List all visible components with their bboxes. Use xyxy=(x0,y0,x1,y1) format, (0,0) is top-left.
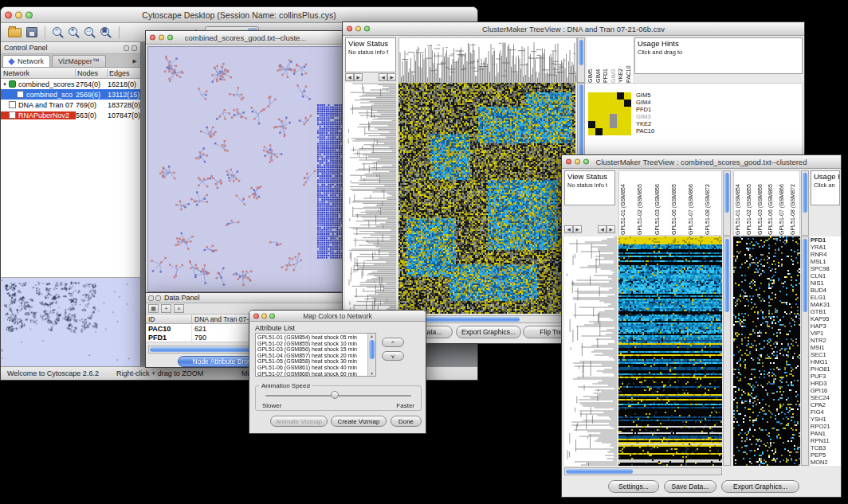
column-labels-scrollbar[interactable] xyxy=(801,170,809,236)
tab-vizmapper[interactable]: VizMapper™ xyxy=(52,55,106,67)
gene-label[interactable]: CPA2 xyxy=(811,401,841,408)
tab-network[interactable]: Network xyxy=(2,55,50,67)
column-array-label[interactable]: GPL51-01 (GSM854 xyxy=(734,171,745,235)
attribute-list-scrollbar[interactable]: ▲ ▼ xyxy=(367,334,375,376)
tab-overflow-arrow-icon[interactable]: ▶ xyxy=(133,58,140,67)
column-gene-label[interactable]: GIM4 xyxy=(595,37,603,83)
gene-label[interactable]: GTB1 xyxy=(811,308,841,315)
scroll-down-icon[interactable]: ▼ xyxy=(368,371,375,376)
gene-label[interactable]: SEC1 xyxy=(811,351,841,358)
correlation-matrix[interactable] xyxy=(588,92,631,135)
column-header-network[interactable]: Network xyxy=(1,69,76,77)
column-array-label[interactable]: GPL51-08 (GSM872 xyxy=(789,171,800,235)
select-attributes-icon[interactable]: ▦ xyxy=(148,304,159,313)
network-tree-row[interactable]: ▼combined_scores 2764(0) 16218(0) xyxy=(1,79,140,89)
scroll-right-button[interactable]: ▶ xyxy=(354,73,363,81)
gene-label[interactable]: RPO21 xyxy=(811,423,841,430)
attribute-list-item[interactable]: GPL51-06 (GSM861) heat shock 40 min xyxy=(257,365,367,371)
scroll-up-icon[interactable]: ▲ xyxy=(368,334,375,338)
attribute-list-item[interactable]: GPL51-07 (GSM868) heat shock 60 min xyxy=(257,371,367,377)
save-session-icon[interactable] xyxy=(26,27,37,37)
gene-label[interactable]: MAK31 xyxy=(811,301,841,308)
export-graphics-button[interactable]: Export Graphics... xyxy=(721,480,799,493)
done-button[interactable]: Done xyxy=(391,416,422,427)
attribute-list-item[interactable]: GPL51-02 (GSM855) heat shock 10 min xyxy=(257,341,367,347)
gene-label[interactable]: BUD4 xyxy=(811,287,841,294)
gene-label[interactable]: HMG1 xyxy=(811,358,841,365)
zoom-in-icon[interactable]: + xyxy=(68,26,80,39)
network-overview-thumbnail[interactable] xyxy=(1,278,140,366)
scroll-right-button[interactable]: ▶ xyxy=(387,73,396,81)
save-data-button[interactable]: Save Data... xyxy=(664,480,716,493)
data-panel-header[interactable]: Data Panel xyxy=(146,293,345,303)
zoom-out-icon[interactable]: − xyxy=(52,26,65,39)
gene-label[interactable]: YSH1 xyxy=(811,416,841,423)
column-header-id[interactable]: ID xyxy=(146,315,192,323)
gene-label[interactable]: NTR2 xyxy=(811,337,841,344)
gene-label[interactable]: YRA1 xyxy=(811,244,841,251)
gene-label[interactable]: CLN1 xyxy=(811,272,841,279)
gene-label[interactable]: HRD3 xyxy=(811,380,841,387)
matrix-gene-label[interactable]: GIM4 xyxy=(636,99,654,106)
gene-label[interactable]: KAP95 xyxy=(811,315,841,322)
maximize-button[interactable] xyxy=(364,26,370,32)
gene-label[interactable]: RNR4 xyxy=(811,251,841,258)
tree-toggle-icon[interactable]: ▼ xyxy=(2,82,9,87)
minimize-button[interactable] xyxy=(15,11,22,18)
matrix-gene-label[interactable]: PAC10 xyxy=(636,127,654,135)
minimize-button[interactable] xyxy=(575,159,580,165)
column-gene-label[interactable]: GIM3 xyxy=(610,37,618,83)
gene-label[interactable]: FIG4 xyxy=(811,408,841,416)
scroll-right-button[interactable]: ▶ xyxy=(607,225,615,233)
gene-label[interactable]: ELG1 xyxy=(811,294,841,301)
column-header-edges[interactable]: Edges xyxy=(108,69,140,77)
minimize-button[interactable] xyxy=(261,313,267,318)
gene-label[interactable]: GPI16 xyxy=(811,387,841,394)
close-panel-icon[interactable] xyxy=(132,45,137,51)
new-attribute-icon[interactable]: + xyxy=(161,304,171,313)
zoom-selected-icon[interactable]: □ xyxy=(84,26,96,39)
float-panel-icon[interactable] xyxy=(148,295,154,301)
maximize-button[interactable] xyxy=(583,159,589,165)
attribute-list-item[interactable]: GPL51-05 (GSM858) heat shock 30 min xyxy=(257,358,367,365)
delete-attribute-icon[interactable]: × xyxy=(174,304,184,313)
gene-label[interactable]: PHO81 xyxy=(811,365,841,373)
create-vizmap-button[interactable]: Create Vizmap xyxy=(331,416,387,427)
close-button[interactable] xyxy=(5,11,12,18)
float-panel-icon[interactable] xyxy=(124,45,129,51)
zoom-fit-icon[interactable]: ▣ xyxy=(100,26,112,39)
column-labels-scrollbar[interactable] xyxy=(723,170,731,236)
attribute-list[interactable]: GPL51-01 (GSM854) heat shock 05 minGPL51… xyxy=(255,333,376,377)
gene-label[interactable]: HAP3 xyxy=(811,322,841,330)
gene-label[interactable]: PUF3 xyxy=(811,373,841,380)
maximize-button[interactable] xyxy=(167,35,173,41)
settings-button[interactable]: Settings... xyxy=(608,480,659,493)
column-array-label[interactable]: GPL51-03 (GSM856 xyxy=(756,171,768,235)
scrollbar-thumb[interactable] xyxy=(724,239,729,312)
open-session-icon[interactable] xyxy=(8,28,22,37)
animation-speed-slider-thumb[interactable] xyxy=(331,391,339,399)
maximize-button[interactable] xyxy=(26,11,33,18)
zoom-heatmap[interactable] xyxy=(733,236,800,466)
main-titlebar[interactable]: Cytoscape Desktop (Session Name: collins… xyxy=(1,7,477,23)
heatmap[interactable] xyxy=(398,83,575,314)
gene-label[interactable]: SEC24 xyxy=(811,394,841,401)
export-graphics-button[interactable]: Export Graphics... xyxy=(456,326,521,338)
column-array-label[interactable]: GPL51-01 (GSM854 xyxy=(619,171,636,235)
heatmap[interactable] xyxy=(618,236,722,466)
matrix-gene-label[interactable]: GIM3 xyxy=(636,113,654,120)
column-array-label[interactable]: GPL51-07 (GSM866 xyxy=(687,171,704,235)
gene-label[interactable]: MSL1 xyxy=(811,258,841,265)
scroll-left-button[interactable]: ◀ xyxy=(564,225,573,233)
close-panel-icon[interactable] xyxy=(155,295,161,301)
attribute-list-item[interactable]: GPL51-03 (GSM856) heat shock 15 min xyxy=(257,346,367,353)
column-array-label[interactable]: GPL51-02 (GSM855 xyxy=(636,171,653,235)
matrix-gene-label[interactable]: YKE2 xyxy=(636,120,654,127)
gene-label[interactable]: PAN1 xyxy=(811,430,841,437)
column-array-label[interactable]: GPL51-02 (GSM855 xyxy=(745,171,756,235)
network-tree-row[interactable]: combined_sco 2569(6) 13112(15) xyxy=(1,89,140,100)
network-tree-row[interactable]: DNA and Tran 07 769(0) 183728(0) xyxy=(1,100,140,110)
row-dendrogram[interactable] xyxy=(564,236,617,466)
column-gene-label[interactable]: GIM5 xyxy=(587,37,595,83)
gene-label[interactable]: VIP1 xyxy=(811,330,841,337)
